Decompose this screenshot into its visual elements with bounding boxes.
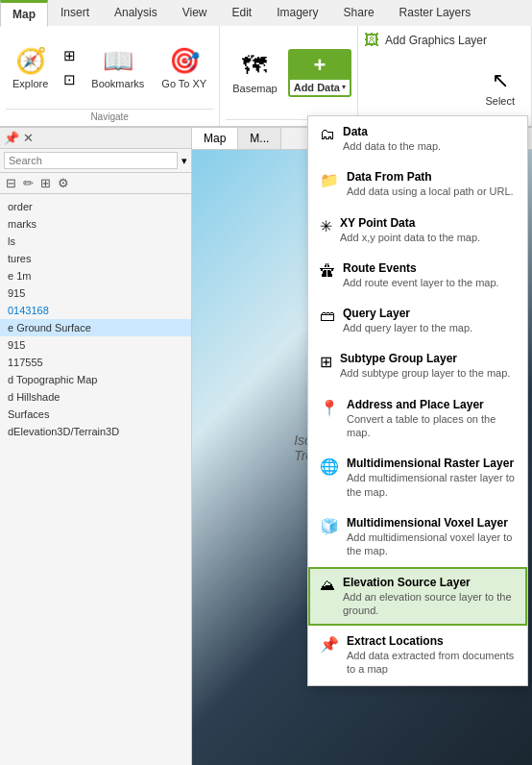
navigate-group: 🧭 Explore ⊞ ⊡ 📖 Bookmarks [0, 26, 220, 126]
add-data-label: Add Data [294, 82, 340, 93]
explore-label: Explore [12, 78, 48, 89]
tab-raster-layers[interactable]: Raster Layers [387, 0, 484, 26]
address-place-icon: 📍 [320, 399, 339, 417]
list-item[interactable]: 0143168 [0, 302, 191, 319]
multidim-raster-title: Multidimensional Raster Layer [347, 457, 516, 470]
basemap-button[interactable]: 🗺 Basemap [226, 38, 283, 108]
edit-icon[interactable]: ✏ [21, 175, 36, 191]
full-extent-btn[interactable]: ⊡ [59, 68, 81, 91]
list-item-ground-surface[interactable]: e Ground Surface [0, 319, 191, 336]
add-data-icon-area: + [290, 51, 350, 80]
dropdown-item-extract-locations[interactable]: 📌 Extract Locations Add data extracted f… [308, 626, 527, 685]
full-extent-icon: ⊡ [63, 71, 76, 88]
add-data-button[interactable]: + Add Data ▾ [288, 49, 351, 97]
dropdown-item-elevation-source[interactable]: ⛰ Elevation Source Layer Add an elevatio… [308, 567, 527, 627]
tab-map[interactable]: Map [0, 0, 48, 27]
tab-analysis[interactable]: Analysis [102, 0, 170, 26]
select-button[interactable]: ↖ Select [478, 53, 521, 122]
data-item-desc: Add data to the map. [343, 139, 441, 153]
multidim-voxel-text: Multidimensional Voxel Layer Add multidi… [347, 516, 516, 558]
query-layer-text: Query Layer Add query layer to the map. [343, 307, 472, 334]
multidim-raster-icon: 🌐 [320, 457, 339, 476]
data-item-text: Data Add data to the map. [343, 125, 441, 153]
layer-group: 🗺 Basemap + Add Data ▾ [220, 26, 358, 126]
query-layer-icon: 🗃 [320, 308, 335, 325]
add-graphics-layer-label[interactable]: Add Graphics Layer [385, 34, 487, 47]
query-layer-desc: Add query layer to the map. [343, 321, 472, 334]
query-layer-title: Query Layer [343, 307, 472, 320]
list-item[interactable]: marks [0, 215, 191, 233]
extract-locations-title: Extract Locations [347, 634, 516, 648]
add-data-label-area: Add Data ▾ [290, 80, 350, 95]
panel-close-icon[interactable]: ✕ [23, 131, 34, 145]
dropdown-item-xy-point[interactable]: ✳ XY Point Data Add x,y point data to th… [308, 208, 527, 253]
data-from-path-desc: Add data using a local path or URL. [347, 185, 514, 198]
tab-edit[interactable]: Edit [220, 0, 265, 26]
list-item[interactable]: 915 [0, 284, 191, 302]
multidim-voxel-desc: Add multidimensional voxel layer to the … [347, 531, 516, 558]
list-item[interactable]: 915 [0, 336, 191, 354]
panel-pin-icon[interactable]: 📌 [4, 131, 19, 145]
fixed-zoom-btn[interactable]: ⊞ [59, 44, 81, 67]
route-events-icon: 🛣 [320, 262, 335, 280]
xy-point-icon: ✳ [320, 217, 332, 235]
address-place-desc: Convert a table to places on the map. [347, 412, 516, 440]
extract-locations-text: Extract Locations Add data extracted fro… [347, 634, 516, 677]
list-item[interactable]: order [0, 198, 191, 215]
settings-icon[interactable]: ⚙ [56, 175, 71, 191]
list-item[interactable]: 117555 [0, 354, 191, 371]
dropdown-item-multidim-voxel[interactable]: 🧊 Multidimensional Voxel Layer Add multi… [308, 507, 527, 567]
multidim-raster-desc: Add multidimensional raster layer to the… [347, 471, 516, 499]
bookmarks-label: Bookmarks [91, 78, 144, 89]
ribbon: Map Insert Analysis View Edit Imagery Sh… [0, 0, 532, 128]
go-to-xy-icon: 🎯 [169, 46, 200, 76]
list-item[interactable]: dElevation3D/Terrain3D [0, 423, 191, 440]
group-icon[interactable]: ⊞ [38, 175, 53, 191]
xy-point-title: XY Point Data [340, 216, 480, 230]
filter-icon[interactable]: ⊟ [4, 175, 18, 191]
dropdown-item-subtype-group[interactable]: ⊞ Subtype Group Layer Add subtype group … [308, 343, 527, 388]
list-item[interactable]: e 1m [0, 267, 191, 284]
dropdown-item-data-from-path[interactable]: 📁 Data From Path Add data using a local … [308, 161, 527, 207]
panel-header-icons: 📌 ✕ [4, 131, 34, 145]
panel-search-input[interactable] [4, 152, 178, 169]
bookmarks-icon: 📖 [103, 46, 133, 76]
explore-button[interactable]: 🧭 Explore [6, 33, 55, 102]
dropdown-item-address-place[interactable]: 📍 Address and Place Layer Convert a tabl… [308, 389, 527, 449]
tab-view[interactable]: View [170, 0, 220, 26]
tab-share[interactable]: Share [331, 0, 387, 26]
map-tab-m[interactable]: M... [238, 128, 281, 149]
data-icon: 🗂 [320, 126, 335, 143]
list-item[interactable]: Surfaces [0, 406, 191, 423]
xy-point-desc: Add x,y point data to the map. [340, 231, 480, 244]
subtype-group-text: Subtype Group Layer Add subtype group la… [340, 352, 510, 380]
navigate-buttons: 🧭 Explore ⊞ ⊡ 📖 Bookmarks [6, 30, 213, 105]
data-item-title: Data [343, 125, 441, 138]
tab-imagery[interactable]: Imagery [264, 0, 330, 26]
list-item[interactable]: d Hillshade [0, 388, 191, 406]
subtype-group-title: Subtype Group Layer [340, 352, 510, 365]
elevation-source-title: Elevation Source Layer [343, 576, 516, 589]
multidim-voxel-icon: 🧊 [320, 517, 339, 535]
go-to-xy-button[interactable]: 🎯 Go To XY [155, 33, 213, 102]
tab-insert[interactable]: Insert [48, 0, 102, 26]
map-tab-map[interactable]: Map [192, 128, 238, 149]
multidim-voxel-title: Multidimensional Voxel Layer [347, 516, 516, 530]
dropdown-item-route-events[interactable]: 🛣 Route Events Add route event layer to … [308, 253, 527, 298]
dropdown-item-multidim-raster[interactable]: 🌐 Multidimensional Raster Layer Add mult… [308, 448, 527, 507]
dropdown-item-data[interactable]: 🗂 Data Add data to the map. [308, 116, 527, 161]
dropdown-item-query-layer[interactable]: 🗃 Query Layer Add query layer to the map… [308, 298, 527, 343]
select-area: ↖ Select [478, 53, 525, 122]
graphics-group: 🖼 Add Graphics Layer ↖ Select [358, 26, 532, 126]
panel-list: order marks ls tures e 1m 915 0143168 e … [0, 194, 191, 765]
list-item[interactable]: d Topographic Map [0, 371, 191, 388]
select-label: Select [485, 95, 515, 107]
list-item[interactable]: tures [0, 250, 191, 267]
bookmarks-button[interactable]: 📖 Bookmarks [85, 33, 151, 102]
list-item[interactable]: ls [0, 233, 191, 250]
elevation-source-icon: ⛰ [320, 577, 335, 594]
panel-search-dropdown[interactable]: ▾ [181, 155, 187, 167]
add-data-dropdown-menu: 🗂 Data Add data to the map. 📁 Data From … [307, 115, 528, 686]
basemap-label: Basemap [232, 83, 277, 94]
data-from-path-title: Data From Path [347, 170, 514, 184]
